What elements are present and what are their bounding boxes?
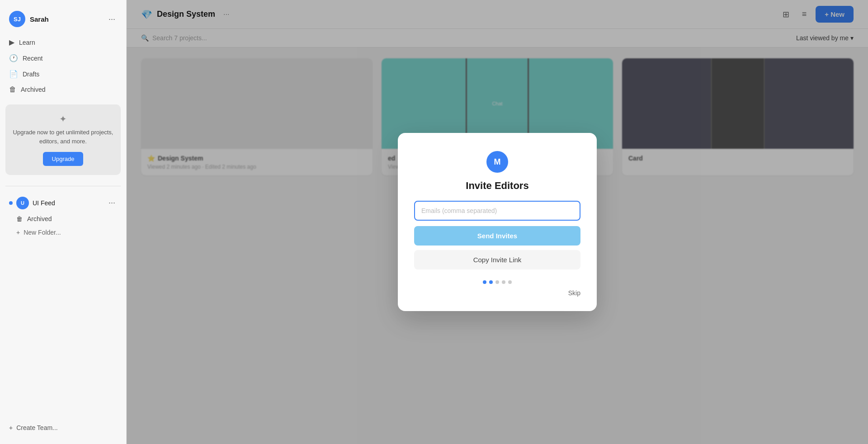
team-name-label: UI Feed bbox=[33, 199, 55, 207]
sidebar-team-section: U UI Feed ··· 🗑 Archived + New Folder... bbox=[0, 194, 126, 239]
main-content: 💎 Design System ··· ⊞ ≡ + New 🔍 Search 7… bbox=[127, 0, 868, 444]
sidebar-header: SJ Sarah ··· bbox=[0, 7, 126, 34]
clock-icon: 🕐 bbox=[9, 54, 18, 62]
user-avatar: SJ bbox=[9, 11, 25, 27]
upgrade-box: ✦ Upgrade now to get unlimited projects,… bbox=[5, 104, 121, 175]
new-folder-item[interactable]: + New Folder... bbox=[4, 226, 123, 239]
username-label: Sarah bbox=[30, 15, 49, 23]
sidebar-item-learn[interactable]: ▶ Learn bbox=[4, 34, 123, 50]
sidebar-item-label: Archived bbox=[21, 86, 45, 93]
sidebar-nav: ▶ Learn 🕐 Recent 📄 Drafts 🗑 Archived bbox=[0, 34, 126, 97]
archive-icon: 🗑 bbox=[16, 215, 23, 222]
modal-avatar: M bbox=[486, 151, 508, 173]
skip-button[interactable]: Skip bbox=[568, 289, 580, 297]
send-invites-button[interactable]: Send Invites bbox=[414, 226, 580, 246]
sidebar-footer: + Create Team... bbox=[0, 419, 126, 437]
archive-icon: 🗑 bbox=[9, 85, 16, 94]
team-section-header: U UI Feed ··· bbox=[4, 194, 123, 212]
modal-title: Invite Editors bbox=[466, 180, 528, 192]
team-archived-item[interactable]: 🗑 Archived bbox=[4, 212, 123, 226]
sidebar-item-archived[interactable]: 🗑 Archived bbox=[4, 82, 123, 97]
sidebar-item-drafts[interactable]: 📄 Drafts bbox=[4, 66, 123, 82]
drafts-icon: 📄 bbox=[9, 70, 18, 78]
invite-editors-modal: M Invite Editors Send Invites Copy Invit… bbox=[398, 133, 597, 311]
sidebar-item-label: Learn bbox=[19, 39, 35, 46]
dot-4 bbox=[502, 280, 505, 284]
copy-invite-link-button[interactable]: Copy Invite Link bbox=[414, 250, 580, 269]
upgrade-button[interactable]: Upgrade bbox=[43, 152, 84, 166]
sidebar-item-recent[interactable]: 🕐 Recent bbox=[4, 50, 123, 66]
skip-row: Skip bbox=[414, 289, 580, 297]
dot-1 bbox=[483, 280, 486, 284]
plus-icon: + bbox=[9, 424, 13, 431]
new-folder-label: New Folder... bbox=[24, 229, 61, 236]
create-team-label: Create Team... bbox=[16, 424, 58, 431]
team-menu-button[interactable]: ··· bbox=[107, 196, 117, 209]
pagination-dots bbox=[483, 280, 512, 284]
sparkle-icon: ✦ bbox=[13, 113, 113, 124]
team-archived-label: Archived bbox=[27, 215, 52, 222]
team-dot-indicator bbox=[9, 201, 13, 205]
modal-overlay[interactable]: M Invite Editors Send Invites Copy Invit… bbox=[127, 0, 868, 444]
dot-2 bbox=[489, 280, 493, 284]
sidebar-item-label: Recent bbox=[23, 55, 42, 62]
play-icon: ▶ bbox=[9, 38, 14, 47]
sidebar-item-label: Drafts bbox=[23, 71, 39, 78]
sidebar-divider bbox=[5, 186, 121, 186]
sidebar: SJ Sarah ··· ▶ Learn 🕐 Recent 📄 Drafts 🗑… bbox=[0, 0, 127, 444]
sidebar-user[interactable]: SJ Sarah bbox=[9, 11, 49, 27]
dot-5 bbox=[508, 280, 512, 284]
upgrade-text: Upgrade now to get unlimited projects, e… bbox=[13, 128, 113, 146]
user-menu-button[interactable]: ··· bbox=[107, 13, 117, 26]
dot-3 bbox=[495, 280, 499, 284]
team-avatar: U bbox=[16, 197, 29, 209]
email-input[interactable] bbox=[414, 201, 580, 221]
team-title-row[interactable]: U UI Feed bbox=[9, 197, 55, 209]
plus-icon: + bbox=[16, 229, 20, 236]
create-team-item[interactable]: + Create Team... bbox=[9, 424, 117, 431]
